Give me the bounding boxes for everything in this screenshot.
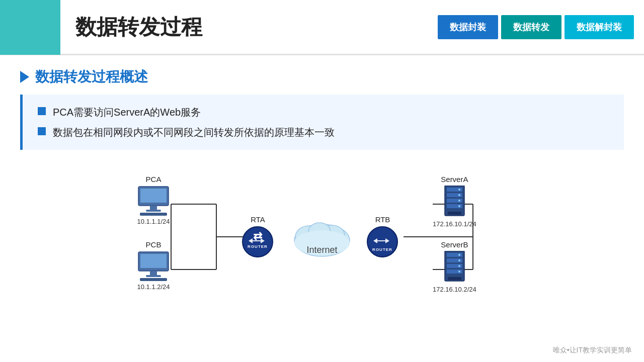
node-serverB: ServerB 172.16.10.2/24 <box>433 240 476 293</box>
watermark: 唯众•让IT教学实训更简单 <box>553 346 632 355</box>
serverA-label: ServerA <box>441 175 468 184</box>
svg-text:ROUTER: ROUTER <box>248 244 268 249</box>
svg-point-27 <box>367 227 397 257</box>
info-box: PCA需要访问ServerA的Web服务 数据包在相同网段内或不同网段之间转发所… <box>20 95 624 150</box>
node-rta: RTA ⇄ ROUTER <box>242 215 274 258</box>
header-accent <box>0 0 60 55</box>
pcb-computer-icon <box>136 251 171 281</box>
node-pcb: PCB 10.1.1.2/24 <box>136 240 171 291</box>
network-diagram: PCA 10.1.1.1/24 PCB 1 <box>20 160 624 331</box>
serverA-icon <box>441 186 468 218</box>
svg-rect-18 <box>140 278 167 281</box>
serverB-icon <box>441 251 468 284</box>
svg-text:ROUTER: ROUTER <box>372 247 392 252</box>
bullet-icon-2 <box>38 127 46 135</box>
section-heading: 数据转发过程概述 <box>20 67 624 86</box>
pca-computer-icon <box>136 186 171 216</box>
svg-point-37 <box>458 205 460 207</box>
svg-rect-12 <box>146 210 161 212</box>
rta-label: RTA <box>251 215 265 224</box>
header: 数据转发过程 数据封装 数据转发 数据解封装 <box>0 0 644 55</box>
svg-point-44 <box>458 254 460 256</box>
svg-point-36 <box>458 200 460 202</box>
rta-router-icon: ⇄ ROUTER <box>242 226 274 258</box>
info-text-2: 数据包在相同网段内或不同网段之间转发所依据的原理基本一致 <box>53 125 335 140</box>
btn-data-forward[interactable]: 数据转发 <box>501 15 561 39</box>
header-buttons: 数据封装 数据转发 数据解封装 <box>438 15 634 39</box>
svg-rect-38 <box>448 212 461 215</box>
node-pca: PCA 10.1.1.1/24 <box>136 175 171 225</box>
serverB-label: ServerB <box>441 240 468 249</box>
pcb-label: PCB <box>146 240 162 249</box>
svg-rect-13 <box>140 213 167 216</box>
svg-point-35 <box>458 194 460 196</box>
svg-rect-15 <box>140 254 167 268</box>
svg-rect-11 <box>150 206 157 210</box>
bullet-icon-1 <box>38 107 46 115</box>
info-item-1: PCA需要访问ServerA的Web服务 <box>38 105 609 120</box>
internet-label: Internet <box>306 245 337 255</box>
svg-rect-16 <box>150 271 157 275</box>
btn-data-decapsulate[interactable]: 数据解封装 <box>565 15 634 39</box>
svg-point-45 <box>458 259 460 261</box>
node-internet: Internet <box>292 213 352 255</box>
pca-label: PCA <box>146 175 162 184</box>
rtb-router-icon: ROUTER <box>366 226 399 258</box>
svg-point-34 <box>458 189 460 191</box>
info-text-1: PCA需要访问ServerA的Web服务 <box>53 105 201 120</box>
info-item-2: 数据包在相同网段内或不同网段之间转发所依据的原理基本一致 <box>38 125 609 140</box>
serverB-ip: 172.16.10.2/24 <box>433 286 476 293</box>
svg-point-47 <box>458 270 460 273</box>
main-content: 数据转发过程概述 PCA需要访问ServerA的Web服务 数据包在相同网段内或… <box>0 55 644 336</box>
pca-ip: 10.1.1.1/24 <box>137 218 170 225</box>
section-title: 数据转发过程概述 <box>35 67 148 86</box>
arrow-icon <box>20 71 29 83</box>
node-serverA: ServerA 172.16.10.1/24 <box>433 175 476 228</box>
page-title: 数据转发过程 <box>75 13 438 41</box>
svg-rect-17 <box>146 275 161 277</box>
node-rtb: RTB ROUTER <box>366 215 399 258</box>
svg-rect-48 <box>448 277 461 280</box>
svg-rect-10 <box>140 189 167 203</box>
svg-point-46 <box>458 265 460 267</box>
serverA-ip: 172.16.10.1/24 <box>433 220 476 228</box>
btn-data-encapsulate[interactable]: 数据封装 <box>438 15 498 39</box>
rtb-label: RTB <box>375 215 390 224</box>
pcb-ip: 10.1.1.2/24 <box>137 283 170 291</box>
